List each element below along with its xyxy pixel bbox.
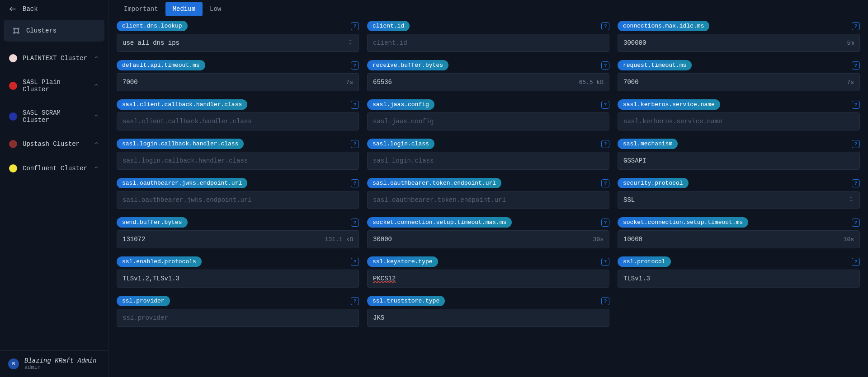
config-card: send.buffer.bytes ?131.1 kB (117, 217, 359, 248)
help-icon[interactable]: ? (351, 179, 359, 187)
config-card: ssl.keystore.type ?PKCS12 (367, 256, 609, 288)
config-field[interactable]: 10s (618, 230, 860, 248)
help-icon[interactable]: ? (351, 258, 359, 266)
config-input[interactable] (123, 118, 353, 125)
config-input[interactable] (623, 118, 854, 125)
chevron-up-icon (94, 113, 99, 120)
config-field[interactable]: 7s (618, 73, 860, 91)
help-icon[interactable]: ? (351, 61, 359, 70)
config-key-pill: default.api.timeout.ms (117, 60, 205, 70)
config-card: sasl.oauthbearer.token.endpoint.url ? (367, 178, 609, 209)
config-field[interactable]: 65.5 kB (367, 73, 609, 91)
help-icon[interactable]: ? (852, 219, 860, 227)
config-field[interactable]: 5m (618, 34, 860, 52)
cluster-label: Confluent Cluster (23, 165, 88, 172)
svg-point-4 (18, 32, 19, 33)
config-field[interactable]: SSL (618, 191, 860, 209)
config-card: sasl.mechanism ? (618, 139, 860, 170)
cluster-item[interactable]: PLAINTEXT Cluster (4, 46, 104, 70)
tab-medium[interactable]: Medium (165, 2, 203, 16)
config-field[interactable] (618, 270, 860, 288)
config-field[interactable] (117, 191, 359, 209)
help-icon[interactable]: ? (852, 140, 860, 148)
back-button[interactable]: Back (0, 0, 108, 18)
config-input[interactable] (623, 236, 840, 243)
config-input[interactable] (123, 196, 353, 204)
config-field[interactable] (367, 191, 609, 209)
help-icon[interactable]: ? (601, 22, 609, 30)
config-input[interactable] (123, 79, 342, 86)
config-field[interactable]: use all dns ips (117, 34, 359, 52)
help-icon[interactable]: ? (601, 101, 609, 109)
config-input[interactable] (623, 39, 843, 47)
help-icon[interactable]: ? (351, 297, 359, 305)
help-icon[interactable]: ? (601, 297, 609, 305)
svg-point-1 (14, 28, 15, 29)
config-key-pill: receive.buffer.bytes (367, 60, 448, 70)
arrow-left-icon (8, 5, 17, 14)
config-field[interactable] (117, 309, 359, 327)
help-icon[interactable]: ? (852, 179, 860, 187)
config-input[interactable] (373, 157, 604, 164)
config-card: ssl.provider ? (117, 296, 359, 327)
config-input[interactable] (373, 39, 604, 47)
config-input[interactable] (373, 196, 604, 204)
config-field[interactable] (618, 152, 860, 170)
config-value[interactable]: PKCS12 (373, 275, 604, 282)
help-icon[interactable]: ? (852, 101, 860, 109)
help-icon[interactable]: ? (852, 258, 860, 266)
config-field[interactable] (367, 152, 609, 170)
config-field[interactable] (117, 112, 359, 130)
config-field[interactable] (117, 270, 359, 288)
value-suffix: 131.1 kB (325, 236, 353, 243)
help-icon[interactable]: ? (852, 61, 860, 70)
user-bar[interactable]: B Blazing KRaft Admin admin (0, 350, 108, 377)
cluster-item[interactable]: SASL SCRAM Cluster (4, 101, 104, 132)
config-field[interactable]: 131.1 kB (117, 230, 359, 248)
config-field[interactable]: 30s (367, 230, 609, 248)
help-icon[interactable]: ? (351, 140, 359, 148)
help-icon[interactable]: ? (351, 22, 359, 30)
config-field[interactable]: PKCS12 (367, 270, 609, 288)
help-icon[interactable]: ? (852, 22, 860, 30)
tab-important[interactable]: Important (117, 2, 165, 16)
config-input[interactable] (373, 236, 590, 243)
value-suffix: 7s (346, 79, 353, 86)
config-card: sasl.jaas.config ? (367, 99, 609, 130)
cluster-icon (12, 26, 21, 35)
svg-point-2 (18, 28, 19, 29)
help-icon[interactable]: ? (601, 258, 609, 266)
sidebar-section-clusters[interactable]: Clusters (4, 20, 104, 42)
help-icon[interactable]: ? (601, 219, 609, 227)
config-input[interactable] (623, 157, 854, 164)
cluster-item[interactable]: Upstash Cluster (4, 132, 104, 156)
config-field[interactable] (367, 34, 609, 52)
avatar: B (8, 358, 19, 369)
help-icon[interactable]: ? (601, 179, 609, 187)
config-field[interactable] (618, 112, 860, 130)
config-input[interactable] (123, 236, 321, 243)
config-field[interactable] (367, 112, 609, 130)
help-icon[interactable]: ? (351, 101, 359, 109)
config-field[interactable] (367, 309, 609, 327)
config-input[interactable] (623, 275, 854, 282)
config-field[interactable]: 7s (117, 73, 359, 91)
config-input[interactable] (373, 314, 604, 321)
help-icon[interactable]: ? (601, 140, 609, 148)
cluster-item[interactable]: SASL Plain Cluster (4, 70, 104, 101)
tab-low[interactable]: Low (203, 2, 228, 16)
help-icon[interactable]: ? (351, 219, 359, 227)
config-field[interactable] (117, 152, 359, 170)
help-icon[interactable]: ? (601, 61, 609, 70)
config-key-pill: connections.max.idle.ms (618, 21, 709, 31)
config-key-pill: security.protocol (618, 178, 689, 188)
config-input[interactable] (373, 118, 604, 125)
config-input[interactable] (123, 314, 353, 321)
cluster-item[interactable]: Confluent Cluster (4, 156, 104, 181)
config-input[interactable] (123, 157, 353, 164)
config-input[interactable] (373, 79, 575, 86)
config-key-pill: sasl.oauthbearer.token.endpoint.url (367, 178, 501, 188)
config-input[interactable] (123, 275, 353, 282)
config-input[interactable] (623, 79, 843, 86)
config-card: client.id ? (367, 21, 609, 52)
